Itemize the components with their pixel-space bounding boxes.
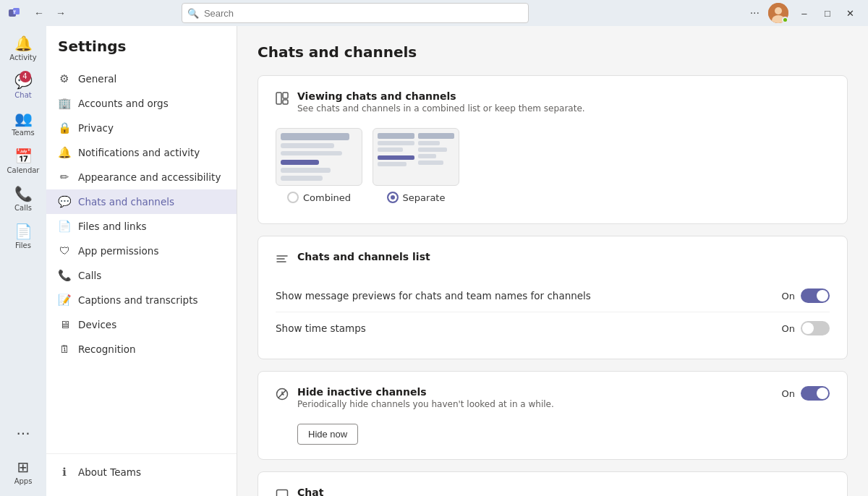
nav-item-permissions[interactable]: 🛡 App permissions (46, 239, 237, 263)
nav-item-accounts[interactable]: 🏢 Accounts and orgs (46, 91, 237, 116)
sidebar-item-more[interactable]: ··· (3, 415, 43, 453)
sidebar-item-activity[interactable]: 🔔 Activity (3, 29, 43, 67)
privacy-icon: 🔒 (58, 121, 71, 134)
sidebar-item-files[interactable]: 📄 Files (3, 217, 43, 255)
nav-item-recognition[interactable]: 🗓 Recognition (46, 337, 237, 362)
nav-buttons: ← → (29, 3, 71, 23)
nav-item-privacy[interactable]: 🔒 Privacy (46, 116, 237, 140)
hide-inactive-toggle[interactable] (801, 386, 830, 401)
minimize-button[interactable]: – (793, 3, 816, 23)
nav-item-about[interactable]: ℹ About Teams (46, 460, 237, 484)
sidebar-item-apps[interactable]: ⊞ Apps (3, 453, 43, 490)
nav-label-recognition: Recognition (78, 343, 136, 355)
message-preview-label: Show message previews for chats and team… (276, 290, 591, 302)
sidebar-item-calls[interactable]: 📞 Calls (3, 179, 43, 217)
avatar-wrap[interactable] (768, 3, 788, 23)
activity-icon: 🔔 (14, 35, 33, 52)
list-section-title: Chats and channels list (297, 251, 430, 262)
list-section-icon (276, 252, 289, 268)
message-preview-thumb (817, 290, 828, 302)
search-input[interactable] (182, 3, 529, 23)
viewing-section-icon (276, 92, 289, 108)
page-title: Chats and channels (258, 43, 848, 61)
nav-item-captions[interactable]: 📝 Captions and transcripts (46, 288, 237, 312)
message-preview-row: Show message previews for chats and team… (276, 280, 830, 312)
separate-label-row: Separate (387, 192, 446, 203)
view-options-wrapper: Combined (276, 125, 830, 209)
forward-button[interactable]: → (51, 3, 71, 23)
activity-label: Activity (9, 54, 36, 61)
timestamps-thumb (802, 322, 814, 334)
settings-nav: Settings ⚙ General 🏢 Accounts and orgs 🔒… (46, 26, 237, 496)
nav-label-accounts: Accounts and orgs (78, 98, 169, 109)
nav-label-captions: Captions and transcripts (78, 294, 197, 306)
nav-item-chats[interactable]: 💬 Chats and channels (46, 189, 237, 214)
calendar-label: Calendar (7, 166, 40, 174)
hide-inactive-text: Hide inactive channels Periodically hide… (297, 386, 554, 445)
apps-label: Apps (14, 477, 33, 485)
hide-inactive-title: Hide inactive channels (297, 386, 554, 398)
hide-now-button[interactable]: Hide now (297, 424, 358, 445)
more-options-button[interactable]: ··· (746, 4, 764, 22)
app-body: 🔔 Activity 💬 4 Chat 👥 Teams 📅 Calendar 📞… (0, 26, 868, 496)
chat-section-header: Chat (276, 487, 830, 496)
viewing-section-title: Viewing chats and channels (297, 90, 585, 102)
calls-icon: 📞 (14, 185, 33, 202)
nav-item-files[interactable]: 📄 Files and links (46, 214, 237, 239)
combined-label-row: Combined (287, 192, 351, 203)
message-preview-toggle[interactable] (801, 288, 830, 303)
close-button[interactable]: ✕ (839, 3, 862, 23)
nav-label-calls: Calls (78, 270, 101, 281)
separate-option[interactable]: Separate (373, 128, 459, 203)
separate-preview (373, 128, 459, 186)
nav-label-permissions: App permissions (78, 245, 158, 257)
svg-rect-14 (277, 490, 288, 497)
chat-badge: 4 (20, 71, 31, 82)
devices-icon: 🖥 (58, 318, 71, 331)
nav-label-notifications: Notifications and activity (78, 147, 200, 158)
timestamps-row: Show time stamps On (276, 312, 830, 344)
sidebar-item-calendar[interactable]: 📅 Calendar (3, 142, 43, 179)
nav-item-calls[interactable]: 📞 Calls (46, 263, 237, 288)
app-logo: T (6, 4, 23, 22)
nav-label-general: General (78, 73, 116, 85)
maximize-button[interactable]: □ (816, 3, 839, 23)
hide-inactive-section: Hide inactive channels Periodically hide… (258, 371, 848, 460)
general-icon: ⚙ (58, 72, 71, 85)
chat-icon: 💬 4 (14, 72, 33, 90)
message-preview-toggle-right: On (782, 288, 830, 303)
combined-preview (276, 128, 362, 186)
sidebar-item-teams[interactable]: 👥 Teams (3, 104, 43, 142)
nav-item-devices[interactable]: 🖥 Devices (46, 312, 237, 337)
nav-item-appearance[interactable]: ✏ Appearance and accessibility (46, 165, 237, 189)
hide-inactive-icon (276, 388, 289, 403)
recognition-icon: 🗓 (58, 343, 71, 356)
settings-title: Settings (46, 38, 237, 67)
combined-option[interactable]: Combined (276, 128, 362, 203)
title-bar: T ← → 🔍 ··· – □ ✕ (0, 0, 868, 26)
window-controls: – □ ✕ (793, 3, 862, 23)
viewing-section: Viewing chats and channels See chats and… (258, 75, 848, 224)
appearance-icon: ✏ (58, 171, 71, 184)
message-preview-state: On (782, 291, 795, 302)
back-button[interactable]: ← (29, 3, 49, 23)
nav-item-notifications[interactable]: 🔔 Notifications and activity (46, 140, 237, 165)
list-section-header: Chats and channels list (276, 251, 830, 268)
nav-item-general[interactable]: ⚙ General (46, 67, 237, 91)
svg-rect-8 (283, 100, 288, 104)
more-icon: ··· (16, 425, 30, 442)
nav-label-files: Files and links (78, 221, 147, 232)
separate-radio[interactable] (387, 192, 399, 203)
viewing-section-subtitle: See chats and channels in a combined lis… (297, 103, 585, 114)
sidebar-item-chat[interactable]: 💬 4 Chat (3, 67, 43, 104)
title-bar-right: ··· – □ ✕ (746, 3, 862, 23)
chat-label: Chat (14, 91, 31, 99)
timestamps-state: On (782, 323, 795, 334)
svg-point-4 (775, 7, 782, 14)
timestamps-toggle[interactable] (801, 321, 830, 335)
combined-radio[interactable] (287, 192, 299, 203)
svg-rect-7 (283, 93, 288, 98)
viewing-section-header: Viewing chats and channels See chats and… (276, 90, 830, 114)
chat-section: Chat Message density (258, 471, 848, 496)
files-icon: 📄 (14, 223, 33, 240)
